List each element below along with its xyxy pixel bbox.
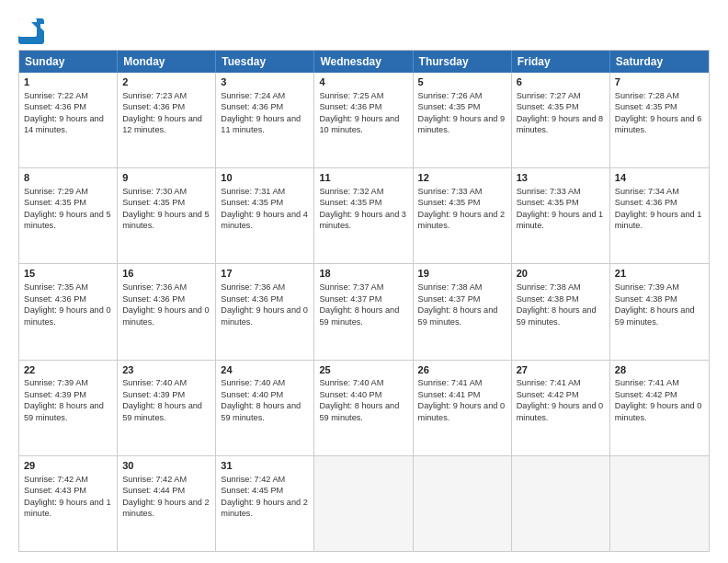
daylight: Daylight: 9 hours and 1 minute. bbox=[24, 498, 111, 518]
day-number: 27 bbox=[517, 363, 605, 377]
day-number: 14 bbox=[615, 171, 704, 185]
sunrise: Sunrise: 7:34 AM bbox=[615, 187, 679, 196]
sunset: Sunset: 4:37 PM bbox=[418, 294, 481, 304]
daylight: Daylight: 8 hours and 59 minutes. bbox=[24, 401, 104, 421]
sunset: Sunset: 4:42 PM bbox=[615, 390, 677, 399]
daylight: Daylight: 8 hours and 59 minutes. bbox=[221, 401, 301, 421]
day-number: 5 bbox=[418, 75, 506, 89]
day-number: 12 bbox=[418, 171, 506, 185]
calendar-cell: 27Sunrise: 7:41 AMSunset: 4:42 PMDayligh… bbox=[512, 361, 610, 455]
sunrise: Sunrise: 7:24 AM bbox=[221, 91, 285, 100]
sunrise: Sunrise: 7:27 AM bbox=[517, 91, 581, 100]
calendar-cell: 6Sunrise: 7:27 AMSunset: 4:35 PMDaylight… bbox=[512, 73, 610, 167]
calendar-row: 29Sunrise: 7:42 AMSunset: 4:43 PMDayligh… bbox=[19, 455, 709, 551]
calendar-cell: 26Sunrise: 7:41 AMSunset: 4:41 PMDayligh… bbox=[414, 361, 512, 455]
day-number: 22 bbox=[24, 363, 112, 377]
calendar: SundayMondayTuesdayWednesdayThursdayFrid… bbox=[18, 50, 710, 552]
day-number: 29 bbox=[24, 459, 112, 473]
sunset: Sunset: 4:44 PM bbox=[122, 486, 185, 495]
calendar-cell: 7Sunrise: 7:28 AMSunset: 4:35 PMDaylight… bbox=[610, 73, 709, 167]
day-number: 19 bbox=[418, 267, 506, 281]
day-number: 3 bbox=[221, 75, 309, 89]
sunrise: Sunrise: 7:36 AM bbox=[122, 282, 187, 292]
day-number: 30 bbox=[122, 459, 210, 473]
sunrise: Sunrise: 7:40 AM bbox=[221, 378, 285, 387]
calendar-cell: 24Sunrise: 7:40 AMSunset: 4:40 PMDayligh… bbox=[216, 361, 314, 455]
sunrise: Sunrise: 7:33 AM bbox=[517, 187, 581, 196]
header-day: Saturday bbox=[610, 51, 709, 73]
calendar-cell: 18Sunrise: 7:37 AMSunset: 4:37 PMDayligh… bbox=[314, 264, 413, 359]
calendar-cell: 31Sunrise: 7:42 AMSunset: 4:45 PMDayligh… bbox=[216, 456, 314, 551]
day-number: 15 bbox=[24, 267, 112, 281]
calendar-cell: 5Sunrise: 7:26 AMSunset: 4:35 PMDaylight… bbox=[414, 73, 512, 167]
calendar-cell: 1Sunrise: 7:22 AMSunset: 4:36 PMDaylight… bbox=[19, 73, 118, 167]
daylight: Daylight: 9 hours and 2 minutes. bbox=[122, 498, 210, 518]
sunset: Sunset: 4:36 PM bbox=[24, 102, 86, 111]
calendar-row: 15Sunrise: 7:35 AMSunset: 4:36 PMDayligh… bbox=[19, 263, 709, 359]
calendar-body: 1Sunrise: 7:22 AMSunset: 4:36 PMDaylight… bbox=[19, 73, 709, 551]
calendar-cell: 3Sunrise: 7:24 AMSunset: 4:36 PMDaylight… bbox=[216, 73, 314, 167]
daylight: Daylight: 9 hours and 2 minutes. bbox=[221, 498, 308, 518]
day-number: 20 bbox=[517, 267, 605, 281]
header-day: Friday bbox=[512, 51, 610, 73]
calendar-cell: 25Sunrise: 7:40 AMSunset: 4:40 PMDayligh… bbox=[314, 361, 413, 455]
day-number: 17 bbox=[221, 267, 309, 281]
calendar-row: 22Sunrise: 7:39 AMSunset: 4:39 PMDayligh… bbox=[19, 360, 709, 455]
sunset: Sunset: 4:35 PM bbox=[517, 198, 579, 207]
sunrise: Sunrise: 7:37 AM bbox=[319, 282, 383, 292]
sunrise: Sunrise: 7:25 AM bbox=[319, 91, 383, 100]
day-number: 18 bbox=[319, 267, 407, 281]
sunrise: Sunrise: 7:35 AM bbox=[24, 282, 88, 292]
daylight: Daylight: 8 hours and 59 minutes. bbox=[615, 305, 695, 326]
calendar-cell: 2Sunrise: 7:23 AMSunset: 4:36 PMDaylight… bbox=[118, 73, 216, 167]
sunset: Sunset: 4:35 PM bbox=[221, 198, 283, 207]
sunset: Sunset: 4:43 PM bbox=[24, 486, 86, 495]
sunset: Sunset: 4:35 PM bbox=[319, 198, 381, 207]
sunrise: Sunrise: 7:28 AM bbox=[615, 91, 679, 100]
sunset: Sunset: 4:36 PM bbox=[615, 198, 677, 207]
calendar-cell: 13Sunrise: 7:33 AMSunset: 4:35 PMDayligh… bbox=[512, 168, 610, 263]
sunrise: Sunrise: 7:33 AM bbox=[418, 187, 483, 196]
daylight: Daylight: 9 hours and 3 minutes. bbox=[319, 210, 406, 230]
daylight: Daylight: 9 hours and 8 minutes. bbox=[517, 114, 604, 134]
calendar-cell: 16Sunrise: 7:36 AMSunset: 4:36 PMDayligh… bbox=[118, 264, 216, 359]
sunset: Sunset: 4:36 PM bbox=[24, 294, 86, 304]
calendar-cell: 4Sunrise: 7:25 AMSunset: 4:36 PMDaylight… bbox=[314, 73, 413, 167]
sunrise: Sunrise: 7:30 AM bbox=[122, 187, 187, 196]
sunset: Sunset: 4:40 PM bbox=[221, 390, 283, 399]
calendar-cell bbox=[610, 456, 709, 551]
calendar-cell bbox=[314, 456, 413, 551]
sunset: Sunset: 4:38 PM bbox=[615, 294, 677, 304]
daylight: Daylight: 9 hours and 5 minutes. bbox=[122, 210, 210, 230]
calendar-cell: 21Sunrise: 7:39 AMSunset: 4:38 PMDayligh… bbox=[610, 264, 709, 359]
sunset: Sunset: 4:45 PM bbox=[221, 486, 283, 495]
calendar-cell bbox=[512, 456, 610, 551]
sunset: Sunset: 4:37 PM bbox=[319, 294, 381, 304]
daylight: Daylight: 8 hours and 59 minutes. bbox=[418, 305, 498, 326]
sunset: Sunset: 4:36 PM bbox=[122, 102, 185, 111]
day-number: 23 bbox=[122, 363, 210, 377]
sunrise: Sunrise: 7:29 AM bbox=[24, 187, 88, 196]
sunset: Sunset: 4:35 PM bbox=[122, 198, 185, 207]
sunset: Sunset: 4:41 PM bbox=[418, 390, 481, 399]
calendar-cell bbox=[414, 456, 512, 551]
day-number: 1 bbox=[24, 75, 112, 89]
sunrise: Sunrise: 7:41 AM bbox=[418, 378, 483, 387]
daylight: Daylight: 9 hours and 12 minutes. bbox=[122, 114, 202, 134]
sunset: Sunset: 4:36 PM bbox=[122, 294, 185, 304]
sunset: Sunset: 4:36 PM bbox=[319, 102, 381, 111]
sunset: Sunset: 4:35 PM bbox=[517, 102, 579, 111]
header-day: Wednesday bbox=[314, 51, 413, 73]
daylight: Daylight: 9 hours and 4 minutes. bbox=[221, 210, 308, 230]
logo-icon bbox=[18, 18, 44, 44]
daylight: Daylight: 9 hours and 6 minutes. bbox=[615, 114, 702, 134]
calendar-cell: 28Sunrise: 7:41 AMSunset: 4:42 PMDayligh… bbox=[610, 361, 709, 455]
svg-rect-2 bbox=[18, 18, 37, 37]
day-number: 6 bbox=[517, 75, 605, 89]
calendar-cell: 11Sunrise: 7:32 AMSunset: 4:35 PMDayligh… bbox=[314, 168, 413, 263]
header-day: Thursday bbox=[414, 51, 512, 73]
calendar-cell: 22Sunrise: 7:39 AMSunset: 4:39 PMDayligh… bbox=[19, 361, 118, 455]
page: SundayMondayTuesdayWednesdayThursdayFrid… bbox=[0, 0, 728, 563]
sunrise: Sunrise: 7:40 AM bbox=[319, 378, 383, 387]
calendar-cell: 30Sunrise: 7:42 AMSunset: 4:44 PMDayligh… bbox=[118, 456, 216, 551]
